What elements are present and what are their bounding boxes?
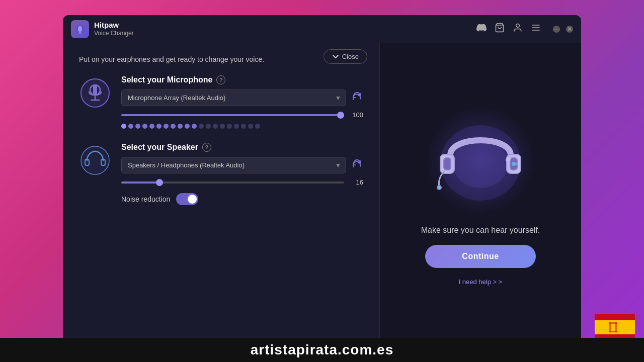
level-dot-18 (241, 124, 246, 129)
microphone-level-dots (121, 124, 363, 129)
app-name: Hitpaw (94, 20, 134, 30)
headphone-illustration (425, 105, 536, 216)
app-window: Hitpaw Voice Changer — ✕ (63, 15, 581, 347)
level-dot-7 (164, 124, 169, 129)
speaker-refresh-button[interactable] (350, 157, 363, 173)
level-dot-15 (220, 124, 225, 129)
app-subtitle: Voice Changer (94, 30, 134, 38)
noise-reduction-toggle[interactable] (176, 193, 198, 205)
app-title-text: Hitpaw Voice Changer (94, 20, 134, 38)
speaker-select[interactable]: Speakers / Headphones (Realtek Audio) De… (121, 157, 346, 173)
microphone-volume-slider[interactable] (121, 114, 344, 116)
level-dot-14 (213, 124, 218, 129)
spain-flag (595, 314, 635, 341)
hear-yourself-text: Make sure you can hear yourself. (421, 226, 540, 235)
speaker-volume-row: 16 (121, 178, 363, 186)
noise-reduction-row: Noise reduction (121, 193, 363, 205)
level-dot-19 (248, 124, 253, 129)
menu-icon[interactable] (531, 23, 541, 35)
close-button[interactable]: Close (324, 49, 367, 64)
instruction-text: Put on your earphones and get ready to c… (79, 55, 363, 63)
level-dot-1 (121, 124, 126, 129)
microphone-section: Select your Microphone ? Microphone Arra… (79, 75, 363, 129)
microphone-label: Select your Microphone ? (121, 75, 363, 84)
microphone-help-icon[interactable]: ? (216, 75, 225, 84)
minimize-button[interactable]: — (553, 26, 560, 33)
level-dot-11 (192, 124, 197, 129)
speaker-icon (79, 147, 111, 179)
cart-icon[interactable] (495, 23, 505, 35)
speaker-controls: Select your Speaker ? Speakers / Headpho… (121, 143, 363, 205)
microphone-refresh-button[interactable] (350, 90, 363, 106)
level-dot-4 (142, 124, 147, 129)
noise-reduction-label: Noise reduction (121, 195, 170, 203)
speaker-help-icon[interactable]: ? (202, 143, 211, 152)
toggle-knob (188, 195, 197, 204)
svg-point-4 (516, 24, 520, 28)
speaker-dropdown-wrapper: Speakers / Headphones (Realtek Audio) De… (121, 157, 346, 173)
svg-rect-2 (78, 33, 82, 34)
level-dot-9 (178, 124, 183, 129)
level-dot-8 (171, 124, 176, 129)
level-dot-5 (149, 124, 154, 129)
close-window-button[interactable]: ✕ (566, 26, 573, 33)
window-controls: — ✕ (553, 26, 573, 33)
speaker-label: Select your Speaker ? (121, 143, 363, 152)
app-logo (71, 20, 89, 38)
title-bar-left: Hitpaw Voice Changer (71, 20, 134, 38)
level-dot-13 (206, 124, 211, 129)
help-link[interactable]: I need help > > (459, 278, 503, 286)
microphone-dropdown-wrapper: Microphone Array (Realtek Audio) Default… (121, 89, 346, 106)
watermark-bar: artistapirata.com.es (0, 338, 644, 362)
level-dot-12 (199, 124, 204, 129)
svg-point-13 (93, 88, 97, 92)
continue-button[interactable]: Continue (425, 245, 536, 268)
microphone-icon (79, 79, 111, 112)
level-dot-3 (135, 124, 140, 129)
level-dot-20 (255, 124, 260, 129)
level-dot-16 (227, 124, 232, 129)
microphone-controls: Select your Microphone ? Microphone Arra… (121, 75, 363, 129)
right-panel: Make sure you can hear yourself. Continu… (380, 43, 581, 347)
microphone-volume-row: 100 (121, 111, 363, 119)
speaker-dropdown-row: Speakers / Headphones (Realtek Audio) De… (121, 157, 363, 173)
watermark-text: artistapirata.com.es (251, 342, 394, 357)
level-dot-17 (234, 124, 239, 129)
microphone-volume-value: 100 (349, 111, 363, 119)
main-content: Close Put on your earphones and get read… (63, 43, 581, 347)
microphone-dropdown-row: Microphone Array (Realtek Audio) Default… (121, 89, 363, 106)
title-bar-right: — ✕ (476, 23, 573, 35)
svg-rect-1 (79, 32, 80, 33)
speaker-volume-value: 16 (349, 178, 363, 186)
svg-rect-35 (615, 322, 617, 332)
title-bar: Hitpaw Voice Changer — ✕ (63, 15, 581, 43)
level-dot-2 (128, 124, 133, 129)
speaker-section: Select your Speaker ? Speakers / Headpho… (79, 143, 363, 205)
microphone-select[interactable]: Microphone Array (Realtek Audio) Default… (121, 89, 346, 106)
user-icon[interactable] (513, 23, 523, 35)
discord-icon[interactable] (476, 23, 487, 35)
left-panel: Close Put on your earphones and get read… (63, 43, 379, 347)
level-dot-10 (185, 124, 190, 129)
headphone-glow (425, 105, 536, 216)
level-dot-6 (156, 124, 162, 129)
speaker-volume-slider[interactable] (121, 182, 344, 184)
